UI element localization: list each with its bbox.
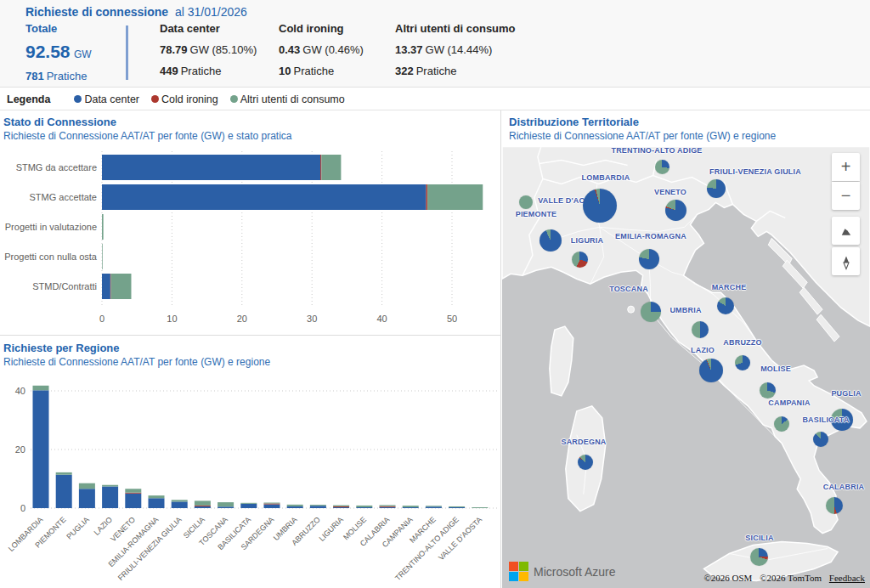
stato-bar-segment[interactable] [320,155,321,180]
stato-bar-segment[interactable] [427,184,428,210]
regione-bar-segment[interactable] [264,505,280,508]
regione-bar-segment[interactable] [149,495,165,498]
map-pie-toscana[interactable] [641,302,661,322]
regione-bar-segment[interactable] [240,503,257,504]
stato-chart[interactable]: 01020304050STMG da accettareSTMG accetta… [0,148,500,333]
map-pie-basilicata[interactable] [813,432,828,447]
regione-bar-segment[interactable] [125,493,141,494]
stato-bar-segment[interactable] [111,274,132,299]
regione-bar-segment[interactable] [125,489,141,492]
regione-bar-segment[interactable] [264,503,280,504]
map-pie-molise[interactable] [760,382,776,399]
legend-item[interactable]: Cold ironing [151,93,218,105]
regione-bar-segment[interactable] [79,489,95,508]
map-pie-sicilia[interactable] [750,548,768,566]
stato-bar-segment[interactable] [321,155,341,180]
map-pie-friuli-venezia-giulia[interactable] [707,179,726,198]
regione-bar-segment[interactable] [33,390,49,508]
total-count-label: Pratiche [47,70,88,82]
regione-bar-segment[interactable] [472,507,488,508]
regione-bar-segment[interactable] [264,504,280,505]
italy-map[interactable]: + − Microsoft Azure ©2026 OSM ©2026 TomT… [502,146,870,588]
regione-axis-label: LIGURIA [317,515,345,543]
header-divider [126,25,128,80]
regione-bar-segment[interactable] [195,500,211,506]
regione-bar-segment[interactable] [172,501,188,508]
regione-bar-segment[interactable] [449,506,465,507]
regione-bar-segment[interactable] [380,507,396,508]
regione-bar-segment[interactable] [172,500,188,501]
map-region-label: SICILIA [745,534,773,542]
regione-bar-segment[interactable] [149,498,165,508]
map-pie-emilia-romagna[interactable] [639,249,659,269]
regione-bar-segment[interactable] [380,505,396,506]
regione-bar-segment[interactable] [102,485,118,487]
map-pie-umbria[interactable] [692,321,709,338]
map-pie-trentino-alto-adige[interactable] [655,160,669,174]
map-pie-marche[interactable] [717,297,734,314]
stato-bar-segment[interactable] [102,155,320,180]
regione-bar-segment[interactable] [403,507,419,508]
map-pie-valle-d-aosta[interactable] [519,195,533,209]
regione-bar-segment[interactable] [333,506,349,506]
regione-bar-segment[interactable] [380,506,396,507]
map-pie-campania[interactable] [774,416,789,432]
stat-name: Altri utenti di consumo [395,22,516,35]
map-pie-piemonte[interactable] [540,229,562,252]
svg-text:0: 0 [99,314,105,324]
stato-bar-segment[interactable] [102,274,110,299]
stato-bar-segment[interactable] [427,184,483,210]
regione-bar-segment[interactable] [56,472,72,475]
legend-title: Legenda [7,93,50,105]
stato-bar-segment[interactable] [102,214,104,240]
regione-bar-segment[interactable] [240,504,257,508]
regione-bar-segment[interactable] [79,483,95,489]
regione-bar-segment[interactable] [195,506,211,508]
regione-bar-segment[interactable] [125,494,141,508]
regione-bar-segment[interactable] [56,475,72,508]
map-region-label: ABRUZZO [723,338,761,347]
regione-bar-segment[interactable] [287,505,303,506]
regione-bar-segment[interactable] [33,386,49,391]
regione-bar-segment[interactable] [310,505,326,506]
regione-bar-segment[interactable] [333,506,349,507]
legend-item[interactable]: Altri utenti di consumo [230,93,345,105]
map-pie-abruzzo[interactable] [735,355,750,370]
regione-bar-segment[interactable] [426,506,442,508]
regione-bar-segment[interactable] [218,506,234,508]
regione-bar-segment[interactable] [310,506,326,508]
map-pie-calabria[interactable] [826,497,843,514]
map-pie-lazio[interactable] [699,359,723,382]
regione-axis-label: PUGLIA [65,515,90,540]
svg-text:Progetti con nulla osta: Progetti con nulla osta [4,252,98,262]
regione-bar-segment[interactable] [403,506,419,507]
zoom-in-button[interactable]: + [832,153,860,181]
regione-axis-label: VALLE D'AOSTA [437,515,483,562]
stat-gw: 78.79 [160,43,188,56]
zoom-out-button[interactable]: − [832,182,860,210]
map-pie-liguria[interactable] [572,252,588,268]
map-pie-veneto[interactable] [665,200,686,221]
legend-item[interactable]: Data center [74,93,139,105]
regione-bar-segment[interactable] [426,506,442,506]
regione-bar-segment[interactable] [287,506,303,508]
compass-button[interactable] [832,247,860,275]
regione-bar-segment[interactable] [449,507,465,508]
regione-bar-segment[interactable] [356,507,372,508]
regione-bar-segment[interactable] [333,507,349,508]
map-pie-lombardia[interactable] [583,189,617,223]
pitch-button[interactable] [832,217,860,245]
regione-bar-segment[interactable] [218,502,234,506]
stato-bar-segment[interactable] [102,244,103,269]
regioni-chart[interactable]: 02040LOMBARDIAPIEMONTEPUGLIALAZIOVENETOE… [0,374,500,587]
regione-bar-segment[interactable] [102,486,118,508]
feedback-link[interactable]: Feedback [829,573,865,583]
regione-bar-segment[interactable] [195,506,211,506]
map-pie-sardegna[interactable] [578,455,593,470]
regione-bar-segment[interactable] [356,506,372,507]
stato-bar-segment[interactable] [102,184,427,210]
stato-bar-segment[interactable] [110,274,111,299]
total-label: Totale [25,22,121,35]
legend-dot-icon [74,95,82,103]
svg-text:STMD/Contratti: STMD/Contratti [32,281,97,291]
